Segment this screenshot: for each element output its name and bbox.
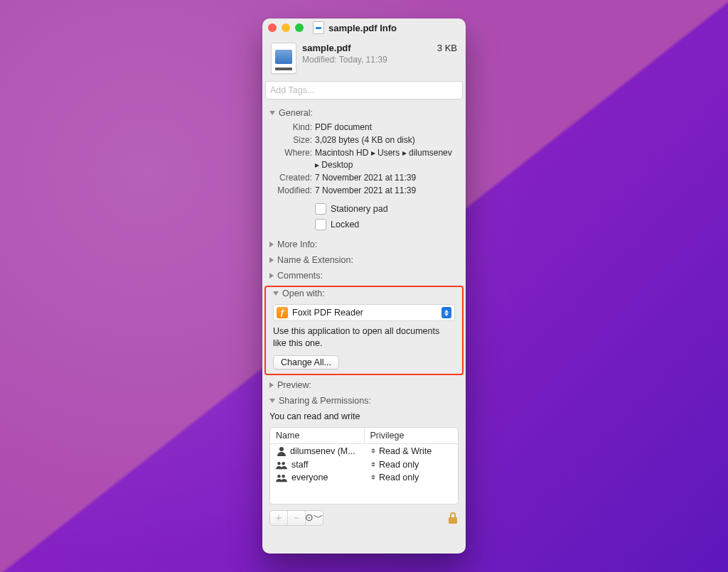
open-with-app: Foxit PDF Reader xyxy=(292,308,441,318)
chevron-right-icon xyxy=(269,273,274,279)
tags-input[interactable] xyxy=(265,81,463,99)
zoom-icon[interactable] xyxy=(295,23,304,32)
section-preview[interactable]: Preview: xyxy=(262,377,466,393)
chevron-right-icon xyxy=(269,257,274,263)
section-sharing[interactable]: Sharing & Permissions: xyxy=(262,393,466,409)
svg-point-0 xyxy=(279,447,284,451)
stepper-icon[interactable] xyxy=(370,462,377,467)
file-name: sample.pdf xyxy=(302,43,437,53)
tags-field-wrap xyxy=(265,81,463,99)
open-with-hint: Use this application to open all documen… xyxy=(266,324,462,351)
section-open-with[interactable]: Open with: xyxy=(266,287,462,301)
general-kind: PDF document xyxy=(315,122,459,133)
svg-point-4 xyxy=(282,475,284,477)
section-comments[interactable]: Comments: xyxy=(262,268,466,284)
file-thumbnail-icon xyxy=(271,43,296,74)
minimize-icon[interactable] xyxy=(282,23,290,32)
general-where: Macintosh HD ▸ Users ▸ dilumsenev ▸ Desk… xyxy=(315,147,459,170)
chevron-right-icon xyxy=(269,242,274,247)
chevron-right-icon xyxy=(269,382,274,388)
sharing-note: You can read and write xyxy=(262,409,466,427)
user-icon xyxy=(276,446,287,457)
select-stepper-icon xyxy=(441,307,451,318)
change-all-button[interactable]: Change All... xyxy=(273,355,339,369)
checkbox-icon xyxy=(315,203,326,215)
document-icon xyxy=(313,21,324,34)
locked-checkbox[interactable]: Locked xyxy=(262,217,466,232)
section-name-extension[interactable]: Name & Extension: xyxy=(262,252,466,268)
permissions-toolbar: ＋ － ⊙﹀ xyxy=(269,510,459,526)
desktop-background: sample.pdf Info sample.pdf Modified: Tod… xyxy=(0,0,728,572)
remove-user-button[interactable]: － xyxy=(288,511,306,525)
file-size-short: 3 KB xyxy=(437,43,457,53)
info-window: sample.pdf Info sample.pdf Modified: Tod… xyxy=(262,18,466,554)
checkbox-icon xyxy=(315,219,326,230)
lock-icon[interactable] xyxy=(447,512,459,524)
file-header: sample.pdf Modified: Today, 11:39 3 KB xyxy=(262,37,466,81)
col-privilege[interactable]: Privilege xyxy=(365,428,459,443)
open-with-highlight: Open with: ƒ Foxit PDF Reader Use this a… xyxy=(264,286,464,375)
file-modified: Modified: Today, 11:39 xyxy=(302,55,437,65)
titlebar: sample.pdf Info xyxy=(262,18,466,37)
svg-point-3 xyxy=(277,475,280,477)
group-icon xyxy=(276,473,289,482)
stationery-pad-checkbox[interactable]: Stationery pad xyxy=(262,201,466,217)
general-created: 7 November 2021 at 11:39 xyxy=(315,172,459,183)
chevron-down-icon xyxy=(269,399,275,403)
chevron-down-icon xyxy=(273,291,279,296)
section-label: General: xyxy=(279,108,313,118)
chevron-down-icon xyxy=(269,111,275,115)
perm-row[interactable]: dilumsenev (M... Read & Write xyxy=(270,444,458,458)
stepper-icon[interactable] xyxy=(370,448,377,453)
general-size: 3,028 bytes (4 KB on disk) xyxy=(315,134,459,146)
stepper-icon[interactable] xyxy=(370,475,377,480)
perm-row[interactable]: everyone Read only xyxy=(270,471,458,484)
svg-point-2 xyxy=(282,462,284,465)
section-more-info[interactable]: More Info: xyxy=(262,237,466,252)
permissions-table: Name Privilege dilumsenev (M... Read & W… xyxy=(269,427,459,504)
add-user-button[interactable]: ＋ xyxy=(270,511,288,525)
svg-point-1 xyxy=(277,462,280,465)
open-with-select[interactable]: ƒ Foxit PDF Reader xyxy=(273,304,455,321)
general-modified: 7 November 2021 at 11:39 xyxy=(315,185,459,196)
foxit-app-icon: ƒ xyxy=(277,307,288,318)
col-name[interactable]: Name xyxy=(270,428,365,443)
group-icon xyxy=(276,460,289,470)
action-menu-button[interactable]: ⊙﹀ xyxy=(306,511,323,525)
close-icon[interactable] xyxy=(268,23,277,32)
section-general[interactable]: General: xyxy=(262,105,466,121)
window-title: sample.pdf Info xyxy=(328,23,397,33)
perm-row[interactable]: staff Read only xyxy=(270,458,458,471)
